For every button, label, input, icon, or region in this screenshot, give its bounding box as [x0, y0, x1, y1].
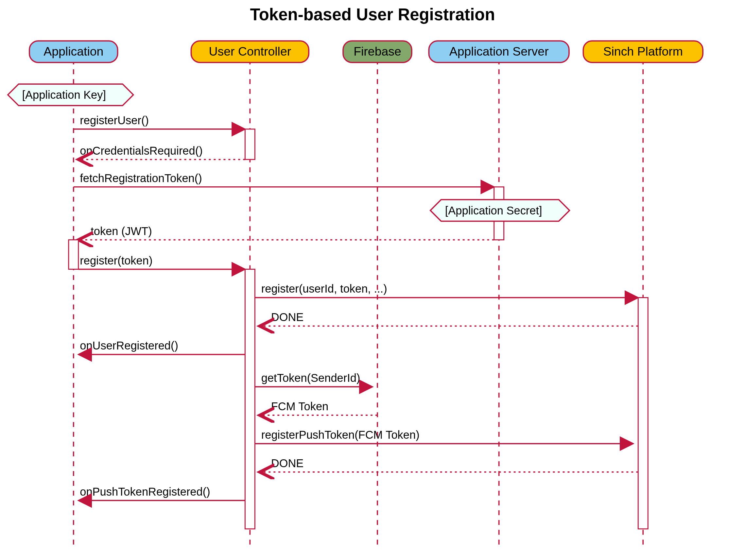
participant-user-controller: User Controller: [191, 41, 309, 62]
diagram-title: Token-based User Registration: [250, 5, 495, 24]
svg-text:Firebase: Firebase: [354, 44, 401, 58]
svg-text:Application: Application: [43, 44, 103, 58]
svg-text:Sinch Platform: Sinch Platform: [604, 44, 683, 58]
participant-application: Application: [29, 41, 118, 62]
msg-getToken: getToken(SenderId): [261, 372, 360, 384]
activation-uc-1: [245, 129, 255, 160]
participant-application-server: Application Server: [429, 41, 569, 62]
msg-register-token: register(token): [80, 254, 152, 267]
activation-app: [69, 240, 78, 269]
svg-text:User Controller: User Controller: [209, 44, 291, 58]
msg-fetchRegistrationToken: fetchRegistrationToken(): [80, 172, 202, 185]
msg-done-2: DONE: [271, 457, 304, 469]
msg-done-1: DONE: [271, 311, 304, 323]
activation-uc-2: [245, 269, 255, 529]
svg-text:[Application Secret]: [Application Secret]: [445, 204, 542, 217]
msg-registerPushToken: registerPushToken(FCM Token): [261, 429, 420, 441]
svg-text:Application Server: Application Server: [449, 44, 549, 58]
activation-sinch: [638, 297, 648, 529]
msg-fcm-token: FCM Token: [271, 400, 329, 413]
msg-register-userid: register(userId, token, ...): [261, 283, 387, 295]
participant-firebase: Firebase: [343, 41, 412, 62]
msg-onCredentialsRequired: onCredentialsRequired(): [80, 144, 202, 157]
participant-sinch-platform: Sinch Platform: [583, 41, 703, 62]
msg-onPushTokenRegistered: onPushTokenRegistered(): [80, 486, 210, 498]
msg-onUserRegistered: onUserRegistered(): [80, 339, 178, 352]
svg-text:[Application Key]: [Application Key]: [22, 89, 106, 101]
note-app-key: [Application Key]: [8, 84, 133, 106]
sequence-diagram: Token-based User Registration Applicatio…: [0, 0, 745, 560]
note-app-secret: [Application Secret]: [430, 200, 570, 221]
msg-registerUser: registerUser(): [80, 114, 149, 127]
msg-token-jwt: token (JWT): [91, 225, 152, 237]
